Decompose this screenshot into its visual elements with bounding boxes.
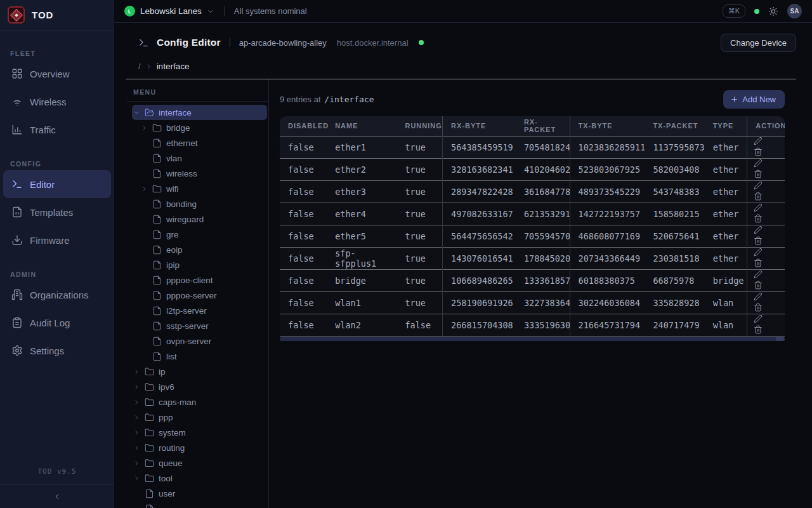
tree-item-interface[interactable]: interface bbox=[132, 105, 267, 120]
sidebar-collapse-button[interactable] bbox=[0, 485, 114, 508]
tree-indent bbox=[141, 170, 152, 177]
org-switcher[interactable]: L Lebowski Lanes bbox=[124, 6, 214, 17]
cell-type: ether bbox=[705, 158, 747, 180]
table-row[interactable]: falseether3true2893478224283616847784893… bbox=[280, 180, 785, 203]
cell-name: ether5 bbox=[327, 225, 396, 247]
tree-item-sstp-server[interactable]: sstp-server bbox=[132, 318, 267, 333]
cell-rx-byte: 258190691926 bbox=[443, 291, 516, 314]
sidebar-item-label: Settings bbox=[30, 345, 64, 356]
cell-type: bridge bbox=[705, 269, 747, 291]
delete-row-button[interactable] bbox=[754, 170, 763, 178]
delete-row-button[interactable] bbox=[754, 192, 763, 201]
tree-item-list[interactable]: list bbox=[132, 349, 267, 364]
table-scrollbar[interactable] bbox=[280, 337, 785, 341]
delete-row-button[interactable] bbox=[754, 258, 763, 267]
sidebar-item-overview[interactable]: Overview bbox=[3, 60, 111, 88]
chevron-right-icon bbox=[133, 368, 145, 375]
tree-item-caps-man[interactable]: caps-man bbox=[132, 394, 267, 410]
sidebar-item-firmware[interactable]: Firmware bbox=[3, 226, 111, 254]
delete-row-button[interactable] bbox=[754, 147, 763, 156]
cell-type: wlan bbox=[705, 291, 747, 314]
tree-item-ip[interactable]: ip bbox=[132, 364, 267, 379]
sidebar-item-wireless[interactable]: Wireless bbox=[3, 88, 111, 116]
tree-item-bridge[interactable]: bridge bbox=[132, 120, 267, 135]
edit-row-button[interactable] bbox=[754, 159, 763, 168]
tree-item-user[interactable]: user bbox=[132, 486, 267, 501]
edit-row-button[interactable] bbox=[754, 225, 763, 234]
config-tree-panel: MENU interfacebridgeethernetvlanwireless… bbox=[114, 79, 269, 508]
edit-row-button[interactable] bbox=[754, 248, 763, 257]
tree-item-ethernet[interactable]: ethernet bbox=[132, 135, 267, 150]
cell-tx-byte: 468608077169 bbox=[570, 225, 645, 247]
tree-item-l2tp-server[interactable]: l2tp-server bbox=[132, 303, 267, 318]
sidebar-item-label: Traffic bbox=[30, 124, 56, 135]
tree-item-wifi[interactable]: wifi bbox=[132, 181, 267, 196]
tree-item-wireless[interactable]: wireless bbox=[132, 166, 267, 181]
sidebar-item-audit-log[interactable]: Audit Log bbox=[3, 309, 111, 337]
tree-item-pppoe-client[interactable]: pppoe-client bbox=[132, 272, 267, 288]
table-row[interactable]: falseether4true4970826331676213532911427… bbox=[280, 203, 785, 225]
table-row[interactable]: falsewlan1true25819069192632273836430224… bbox=[280, 291, 785, 314]
cell-running: true bbox=[396, 225, 442, 247]
tree-item-eoip[interactable]: eoip bbox=[132, 242, 267, 257]
tree-item-system[interactable]: system bbox=[132, 425, 267, 440]
table-row[interactable]: falseether1true5643854595197054818241023… bbox=[280, 136, 785, 158]
tree-item-label: ovpn-server bbox=[166, 337, 211, 346]
cell-type: ether bbox=[705, 180, 747, 203]
tree-item-wireguard[interactable]: wireguard bbox=[132, 211, 267, 227]
add-new-button[interactable]: Add New bbox=[723, 90, 785, 109]
change-device-button[interactable]: Change Device bbox=[721, 34, 796, 52]
table-row[interactable]: falsebridgetrue1066894862651333618576018… bbox=[280, 269, 785, 291]
delete-row-button[interactable] bbox=[754, 281, 763, 290]
cell-disabled: false bbox=[280, 180, 327, 203]
table-row[interactable]: falsewlan2false2668157043083335196302166… bbox=[280, 314, 785, 336]
sidebar-item-label: Templates bbox=[30, 207, 73, 218]
breadcrumb-root[interactable]: / bbox=[138, 62, 141, 71]
delete-row-button[interactable] bbox=[754, 236, 763, 245]
sidebar-item-organizations[interactable]: Organizations bbox=[3, 281, 111, 309]
command-palette-shortcut[interactable]: ⌘K bbox=[723, 4, 745, 18]
tree-item-queue[interactable]: queue bbox=[132, 455, 267, 471]
tree-item-cutoff[interactable] bbox=[132, 501, 267, 508]
edit-row-button[interactable] bbox=[754, 314, 763, 323]
delete-row-button[interactable] bbox=[754, 303, 763, 312]
tree-item-bonding[interactable]: bonding bbox=[132, 196, 267, 211]
tree-item-routing[interactable]: routing bbox=[132, 440, 267, 455]
tree-item-label: wireguard bbox=[166, 215, 204, 224]
edit-row-button[interactable] bbox=[754, 181, 763, 190]
tree-item-ppp[interactable]: ppp bbox=[132, 410, 267, 425]
user-avatar[interactable]: SA bbox=[787, 4, 802, 18]
table-row[interactable]: falseether5true5644756565427055945704686… bbox=[280, 225, 785, 247]
cell-type: ether bbox=[705, 203, 747, 225]
tree-item-pppoe-server[interactable]: pppoe-server bbox=[132, 288, 267, 303]
sidebar-item-settings[interactable]: Settings bbox=[3, 337, 111, 364]
tree-item-ovpn-server[interactable]: ovpn-server bbox=[132, 333, 267, 349]
sidebar-item-editor[interactable]: Editor bbox=[3, 170, 111, 198]
table-row[interactable]: falseether2true3281636823414102046025238… bbox=[280, 158, 785, 180]
delete-row-button[interactable] bbox=[754, 325, 763, 334]
tree-item-ipip[interactable]: ipip bbox=[132, 257, 267, 272]
breadcrumb: / interface bbox=[138, 53, 796, 79]
edit-row-button[interactable] bbox=[754, 137, 763, 145]
theme-toggle-button[interactable] bbox=[768, 6, 778, 17]
entries-path: /interface bbox=[324, 95, 374, 104]
file-icon bbox=[152, 291, 162, 300]
table-row[interactable]: falsesfp-sfpplus1true1430760165411788450… bbox=[280, 247, 785, 269]
tree-item-ipv6[interactable]: ipv6 bbox=[132, 379, 267, 394]
delete-row-button[interactable] bbox=[754, 214, 763, 223]
tree-indent bbox=[141, 246, 152, 253]
edit-row-button[interactable] bbox=[754, 203, 763, 212]
workspace: MENU interfacebridgeethernetvlanwireless… bbox=[114, 79, 812, 508]
folder-icon bbox=[145, 443, 154, 453]
cell-tx-packet: 1137595873 bbox=[645, 136, 704, 158]
tree-item-vlan[interactable]: vlan bbox=[132, 150, 267, 166]
app-version: TOD v9.5 bbox=[0, 467, 114, 485]
edit-row-button[interactable] bbox=[754, 292, 763, 301]
edit-row-button[interactable] bbox=[754, 270, 763, 279]
tree-item-gre[interactable]: gre bbox=[132, 227, 267, 242]
sidebar-item-label: Audit Log bbox=[30, 318, 70, 328]
sidebar-item-templates[interactable]: Templates bbox=[3, 198, 111, 226]
sidebar-item-traffic[interactable]: Traffic bbox=[3, 116, 111, 144]
tree-item-tool[interactable]: tool bbox=[132, 471, 267, 486]
cell-tx-packet: 520675641 bbox=[645, 225, 704, 247]
